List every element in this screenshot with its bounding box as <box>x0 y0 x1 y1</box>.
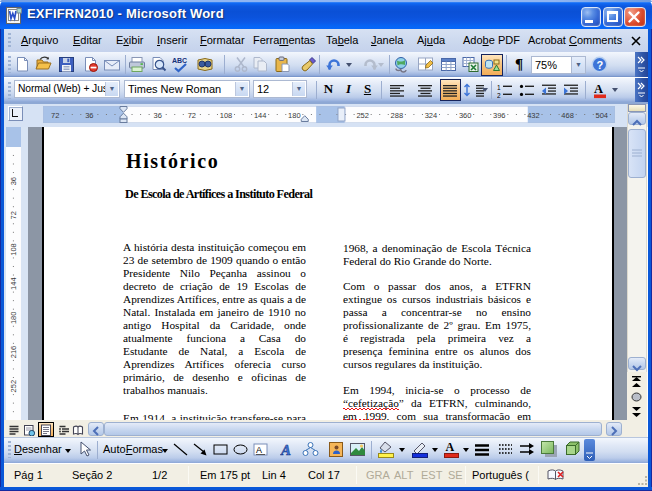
svg-text:324: 324 <box>425 111 438 120</box>
svg-text:432: 432 <box>527 111 540 120</box>
svg-text:72: 72 <box>188 111 196 120</box>
svg-text:36: 36 <box>153 111 161 120</box>
svg-text:?: ? <box>596 59 603 71</box>
svg-text:A: A <box>446 440 455 454</box>
svg-text:396: 396 <box>493 111 506 120</box>
svg-text:A: A <box>594 82 603 96</box>
svg-text:36: 36 <box>10 177 19 185</box>
svg-text:ABC: ABC <box>172 57 187 64</box>
svg-text:144: 144 <box>10 277 19 290</box>
svg-text:144: 144 <box>254 111 267 120</box>
svg-text:468: 468 <box>561 111 574 120</box>
svg-text:180: 180 <box>10 312 19 325</box>
svg-text:72: 72 <box>51 111 59 120</box>
svg-text:72: 72 <box>10 211 19 219</box>
svg-text:A: A <box>256 445 262 455</box>
svg-text:¶: ¶ <box>515 56 523 72</box>
svg-text:288: 288 <box>391 111 404 120</box>
svg-text:108: 108 <box>220 111 233 120</box>
svg-text:2: 2 <box>497 92 501 99</box>
svg-text:216: 216 <box>10 346 19 359</box>
svg-text:A: A <box>280 442 291 458</box>
svg-text:1: 1 <box>497 84 501 91</box>
svg-text:252: 252 <box>10 380 19 393</box>
svg-text:108: 108 <box>10 243 19 256</box>
svg-text:36: 36 <box>85 111 93 120</box>
svg-text:252: 252 <box>356 111 369 120</box>
svg-text:180: 180 <box>288 111 301 120</box>
svg-text:360: 360 <box>459 111 472 120</box>
svg-text:504: 504 <box>596 111 609 120</box>
